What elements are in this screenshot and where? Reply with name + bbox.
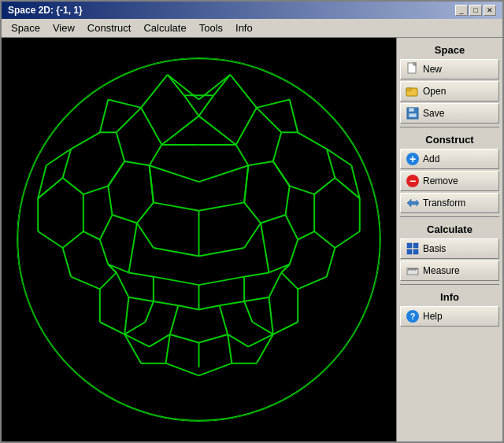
info-section-label: Info — [400, 291, 499, 303]
open-label: Open — [423, 86, 446, 97]
measure-icon — [406, 264, 420, 278]
remove-button[interactable]: − Remove — [400, 171, 499, 191]
main-content: Space New Open — [2, 38, 502, 441]
space-section-label: Space — [400, 44, 499, 56]
svg-marker-7 — [407, 199, 419, 207]
space-canvas — [2, 38, 396, 441]
divider-2 — [400, 216, 499, 217]
sidebar: Space New Open — [396, 38, 502, 441]
remove-icon: − — [406, 174, 420, 188]
basis-icon — [406, 242, 420, 256]
menu-construct[interactable]: Construct — [81, 20, 138, 35]
divider-1 — [400, 127, 499, 127]
svg-rect-8 — [407, 243, 412, 248]
help-label: Help — [423, 311, 443, 322]
calculate-section-label: Calculate — [400, 223, 499, 235]
open-icon — [406, 84, 420, 98]
save-label: Save — [423, 108, 444, 119]
measure-label: Measure — [423, 265, 460, 276]
transform-button[interactable]: Transform — [400, 193, 499, 213]
menu-tools[interactable]: Tools — [193, 20, 229, 35]
title-bar-buttons: _ □ ✕ — [455, 5, 496, 16]
new-icon — [406, 62, 420, 76]
menu-space[interactable]: Space — [5, 20, 46, 35]
menu-bar: Space View Construct Calculate Tools Inf… — [2, 19, 502, 38]
svg-rect-10 — [407, 249, 412, 254]
canvas-area[interactable] — [2, 38, 396, 441]
new-label: New — [423, 64, 442, 75]
transform-label: Transform — [423, 198, 465, 209]
help-icon: ? — [406, 309, 420, 323]
svg-rect-3 — [406, 88, 411, 90]
svg-rect-5 — [409, 108, 414, 112]
measure-button[interactable]: Measure — [400, 260, 499, 281]
svg-rect-6 — [409, 113, 417, 117]
close-button[interactable]: ✕ — [484, 5, 496, 16]
construct-section-label: Construct — [400, 134, 499, 146]
title-bar: Space 2D: {-1, 1} _ □ ✕ — [2, 2, 502, 19]
window-title: Space 2D: {-1, 1} — [8, 5, 83, 16]
menu-calculate[interactable]: Calculate — [137, 20, 192, 35]
svg-rect-11 — [413, 249, 418, 254]
svg-rect-9 — [413, 243, 418, 248]
save-button[interactable]: Save — [400, 103, 499, 124]
add-label: Add — [423, 153, 439, 164]
basis-button[interactable]: Basis — [400, 238, 499, 259]
save-icon — [406, 106, 420, 120]
menu-view[interactable]: View — [46, 20, 81, 35]
open-button[interactable]: Open — [400, 81, 499, 102]
remove-label: Remove — [423, 175, 458, 186]
new-button[interactable]: New — [400, 59, 499, 79]
maximize-button[interactable]: □ — [469, 5, 482, 16]
add-button[interactable]: + Add — [400, 149, 499, 169]
help-button[interactable]: ? Help — [400, 306, 499, 327]
divider-3 — [400, 284, 499, 285]
minimize-button[interactable]: _ — [455, 5, 468, 16]
main-window: Space 2D: {-1, 1} _ □ ✕ Space View Const… — [0, 0, 504, 443]
add-icon: + — [406, 152, 420, 166]
transform-icon — [406, 196, 420, 210]
basis-label: Basis — [423, 243, 446, 254]
menu-info[interactable]: Info — [229, 20, 259, 35]
